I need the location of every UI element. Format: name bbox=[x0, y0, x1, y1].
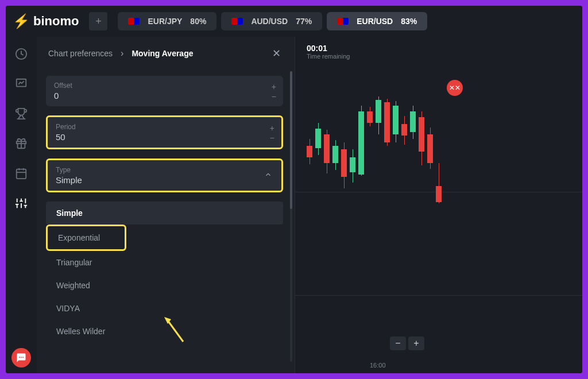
decrement-button[interactable]: − bbox=[270, 133, 274, 141]
pair-pct: 80% bbox=[190, 17, 206, 26]
zoom-in-button[interactable]: + bbox=[408, 337, 424, 350]
input-value: 0 bbox=[54, 91, 275, 100]
add-tab-button[interactable]: + bbox=[89, 12, 107, 30]
time-remaining: 00:01 Time remaining bbox=[307, 44, 350, 60]
close-button[interactable]: ✕ bbox=[270, 45, 283, 62]
chart-area: 00:01 Time remaining ✕✕ Time remaining −… bbox=[295, 37, 582, 373]
clock-icon[interactable] bbox=[14, 47, 28, 61]
type-select[interactable]: Type Simple bbox=[46, 158, 283, 192]
chart-preferences-panel: Chart preferences › Moving Average ✕ Off… bbox=[37, 37, 295, 373]
pair-tab-audusd[interactable]: AUD/USD 77% bbox=[221, 12, 322, 30]
type-option-triangular[interactable]: Triangular bbox=[46, 251, 283, 274]
timer-value: 00:01 bbox=[307, 44, 350, 53]
pair-name: EUR/JPY bbox=[148, 17, 182, 26]
input-label: Type bbox=[56, 166, 273, 174]
brand-name: binomo bbox=[33, 14, 79, 29]
close-marker-icon[interactable]: ✕✕ bbox=[447, 80, 463, 96]
xaxis-label: 16:00 bbox=[370, 362, 386, 369]
breadcrumb-parent[interactable]: Chart preferences bbox=[48, 49, 113, 58]
period-input[interactable]: Period 50 + − bbox=[46, 115, 283, 149]
gift-icon[interactable] bbox=[14, 137, 28, 150]
annotation-arrow-icon bbox=[163, 316, 186, 345]
zoom-controls: − + bbox=[390, 337, 424, 350]
type-option-exponential[interactable]: Exponential bbox=[46, 225, 126, 251]
chevron-right-icon: › bbox=[121, 48, 123, 59]
type-option-simple[interactable]: Simple bbox=[46, 202, 283, 225]
flag-icon bbox=[128, 18, 140, 25]
sidebar bbox=[6, 37, 37, 373]
svg-point-17 bbox=[21, 357, 22, 358]
input-value: Simple bbox=[56, 175, 273, 185]
pair-pct: 77% bbox=[296, 17, 312, 26]
presentation-icon[interactable] bbox=[14, 77, 28, 91]
logo: ⚡ binomo bbox=[13, 13, 79, 29]
pair-tab-eurusd[interactable]: EUR/USD 83% bbox=[327, 12, 427, 30]
candlestick-chart bbox=[307, 94, 479, 255]
svg-line-19 bbox=[168, 320, 183, 342]
svg-rect-3 bbox=[17, 169, 26, 179]
svg-point-18 bbox=[22, 357, 24, 358]
timer-label: Time remaining bbox=[307, 53, 350, 60]
flag-icon bbox=[231, 18, 243, 25]
increment-button[interactable]: + bbox=[270, 123, 274, 132]
header: ⚡ binomo + EUR/JPY 80% AUD/USD 77% EUR/U… bbox=[6, 6, 582, 37]
input-label: Offset bbox=[54, 82, 275, 90]
input-label: Period bbox=[56, 123, 273, 131]
zoom-out-button[interactable]: − bbox=[390, 337, 406, 350]
pair-tabs: EUR/JPY 80% AUD/USD 77% EUR/USD 83% bbox=[118, 12, 575, 30]
chevron-up-icon[interactable] bbox=[264, 171, 272, 181]
panel-header: Chart preferences › Moving Average ✕ bbox=[37, 37, 295, 70]
pair-tab-eurjpy[interactable]: EUR/JPY 80% bbox=[118, 12, 216, 30]
offset-input[interactable]: Offset 0 + − bbox=[46, 76, 283, 106]
increment-button[interactable]: + bbox=[272, 82, 276, 90]
pair-pct: 83% bbox=[401, 17, 417, 26]
input-value: 50 bbox=[56, 132, 273, 142]
settings-icon[interactable] bbox=[14, 196, 28, 210]
calendar-icon[interactable] bbox=[14, 167, 28, 180]
decrement-button[interactable]: − bbox=[272, 92, 276, 100]
type-option-weighted[interactable]: Weighted bbox=[46, 274, 283, 297]
gridline bbox=[295, 295, 582, 296]
flag-icon bbox=[337, 18, 349, 25]
logo-icon: ⚡ bbox=[13, 13, 30, 29]
pair-name: AUD/USD bbox=[251, 17, 288, 26]
chat-button[interactable] bbox=[11, 348, 31, 368]
breadcrumb-current: Moving Average bbox=[131, 49, 193, 58]
scrollbar-thumb[interactable] bbox=[290, 71, 292, 209]
trophy-icon[interactable] bbox=[14, 107, 28, 121]
svg-point-16 bbox=[19, 357, 20, 358]
pair-name: EUR/USD bbox=[357, 17, 393, 26]
